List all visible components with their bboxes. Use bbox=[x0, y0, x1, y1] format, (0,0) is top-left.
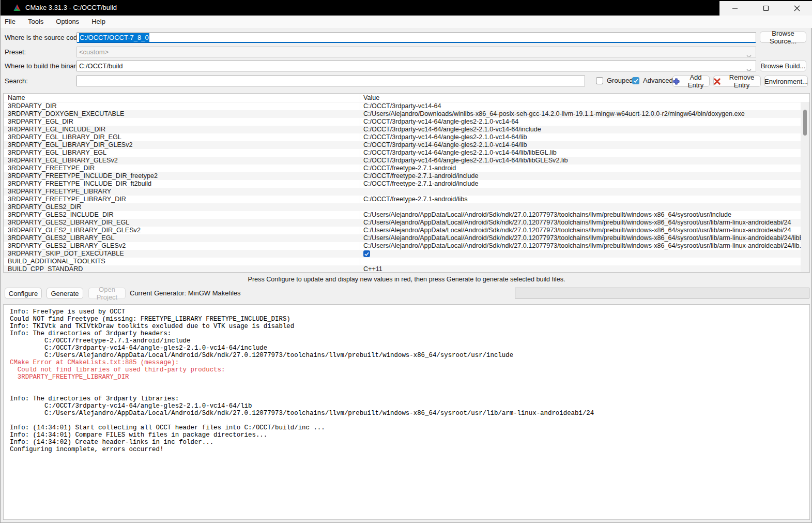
cell-value[interactable]: C:/OCCT/3rdparty-vc14-64/angle-gles2-2.1… bbox=[360, 141, 809, 149]
remove-entry-button[interactable]: Remove Entry bbox=[713, 76, 761, 87]
maximize-button[interactable] bbox=[750, 1, 782, 16]
table-row[interactable]: 3RDPARTY_EGL_LIBRARY_DIR_EGL C:/OCCT/3rd… bbox=[4, 133, 809, 141]
table-row[interactable]: 3RDPARTY_GLES2_LIBRARY_EGL C:/Users/Alej… bbox=[4, 234, 809, 242]
cell-value[interactable] bbox=[360, 188, 809, 196]
output-log[interactable]: Info: FreeType is used by OCCT Could NOT… bbox=[3, 304, 810, 520]
cell-value[interactable]: C:/OCCT/3rdparty-vc14-64/angle-gles2-2.1… bbox=[360, 133, 809, 141]
cell-value[interactable]: C:/OCCT/3rdparty-vc14-64/angle-gles2-2.1… bbox=[360, 149, 809, 157]
cell-name[interactable]: BUILD_ADDITIONAL_TOOLKITS bbox=[4, 258, 360, 265]
table-row[interactable]: 3RDPARTY_GLES2_LIBRARY_DIR_EGL C:/Users/… bbox=[4, 219, 809, 227]
table-row[interactable]: 3RDPARTY_SKIP_DOT_EXECUTABLE bbox=[4, 250, 809, 258]
cell-value[interactable]: C:/Users/Alejandro/Downloads/winlibs-x86… bbox=[360, 110, 809, 118]
cell-name[interactable]: 3RDPARTY_GLES2_LIBRARY_EGL bbox=[4, 234, 360, 242]
build-dir-value: C:/OCCT/build bbox=[79, 62, 123, 70]
cell-value[interactable]: C:/OCCT/3rdparty-vc14-64/angle-gles2-2.1… bbox=[360, 126, 809, 133]
menu-options[interactable]: Options bbox=[50, 16, 85, 28]
current-generator-label: Current Generator: MinGW Makefiles bbox=[130, 289, 241, 297]
cell-value[interactable] bbox=[360, 203, 809, 211]
source-code-input[interactable]: C:/OCCT/OCCT-7_8_0 bbox=[76, 32, 756, 43]
menu-tools[interactable]: Tools bbox=[22, 16, 50, 28]
cell-name[interactable]: 3RDPARTY_GLES2_LIBRARY_DIR_GLESv2 bbox=[4, 227, 360, 234]
cell-value[interactable]: C:/OCCT/freetype-2.7.1-android/libs bbox=[360, 196, 809, 203]
cell-value[interactable]: C:/OCCT/freetype-2.7.1-android bbox=[360, 165, 809, 172]
cell-name[interactable]: 3RDPARTY_GLES2_LIBRARY_DIR_EGL bbox=[4, 219, 360, 227]
cell-value[interactable]: C:/Users/Alejandro/AppData/Local/Android… bbox=[360, 211, 809, 219]
grouped-checkbox[interactable]: Grouped bbox=[596, 77, 633, 84]
table-row[interactable]: 3RDPARTY_FREETYPE_LIBRARY bbox=[4, 188, 809, 196]
table-row[interactable]: 3RDPARTY_EGL_LIBRARY_GLESv2 C:/OCCT/3rdp… bbox=[4, 157, 809, 165]
table-row[interactable]: 3RDPARTY_EGL_LIBRARY_DIR_GLESv2 C:/OCCT/… bbox=[4, 141, 809, 149]
table-row[interactable]: 3RDPARTY_GLES2_INCLUDE_DIR C:/Users/Alej… bbox=[4, 211, 809, 219]
cell-name[interactable]: 3RDPARTY_EGL_LIBRARY_DIR_GLESv2 bbox=[4, 141, 360, 149]
cell-name[interactable]: 3RDPARTY_SKIP_DOT_EXECUTABLE bbox=[4, 250, 360, 258]
cell-name[interactable]: 3RDPARTY_EGL_LIBRARY_EGL bbox=[4, 149, 360, 157]
menu-help[interactable]: Help bbox=[85, 16, 112, 28]
table-row[interactable]: BUILD_ADDITIONAL_TOOLKITS bbox=[4, 258, 809, 265]
cell-name[interactable]: 3RDPARTY_GLES2_LIBRARY_GLESv2 bbox=[4, 242, 360, 250]
cell-name[interactable]: 3RDPARTY_FREETYPE_INCLUDE_DIR_ft2build bbox=[4, 180, 360, 188]
cell-value[interactable]: C:/OCCT/3rdparty-vc14-64/angle-gles2-2.1… bbox=[360, 118, 809, 126]
cell-name[interactable]: 3RDPARTY_FREETYPE_LIBRARY bbox=[4, 188, 360, 196]
environment-button[interactable]: Environment... bbox=[764, 76, 808, 87]
browse-source-button[interactable]: Browse Source... bbox=[760, 32, 806, 43]
table-row[interactable]: 3RDPARTY_EGL_INCLUDE_DIR C:/OCCT/3rdpart… bbox=[4, 126, 809, 133]
cell-name[interactable]: BUILD_CPP_STANDARD bbox=[4, 265, 360, 273]
cell-name[interactable]: 3RDPARTY_DIR bbox=[4, 102, 360, 110]
table-row[interactable]: 3RDPARTY_DIR C:/OCCT/3rdparty-vc14-64 bbox=[4, 102, 809, 110]
table-row[interactable]: 3RDPARTY_GLES2_DIR bbox=[4, 203, 809, 211]
generate-button[interactable]: Generate bbox=[47, 288, 83, 299]
cell-name[interactable]: 3RDPARTY_FREETYPE_DIR bbox=[4, 165, 360, 172]
grouped-checkbox-box[interactable] bbox=[596, 77, 603, 84]
log-line: Info: FreeType is used by OCCT bbox=[10, 308, 809, 316]
search-label: Search: bbox=[5, 76, 28, 86]
table-scrollbar[interactable] bbox=[801, 102, 809, 273]
column-header-value[interactable]: Value bbox=[360, 94, 809, 102]
browse-build-button[interactable]: Browse Build... bbox=[760, 60, 806, 71]
preset-combo[interactable]: <custom> bbox=[76, 47, 756, 57]
table-row[interactable]: 3RDPARTY_GLES2_LIBRARY_DIR_GLESv2 C:/Use… bbox=[4, 227, 809, 234]
cell-value[interactable]: C:/Users/Alejandro/AppData/Local/Android… bbox=[360, 242, 809, 250]
cell-value[interactable]: C:/Users/Alejandro/AppData/Local/Android… bbox=[360, 219, 809, 227]
cell-value[interactable] bbox=[360, 250, 809, 258]
column-header-name[interactable]: Name bbox=[4, 94, 360, 102]
table-row[interactable]: 3RDPARTY_DOXYGEN_EXECUTABLE C:/Users/Ale… bbox=[4, 110, 809, 118]
cell-value[interactable]: C:/Users/Alejandro/AppData/Local/Android… bbox=[360, 227, 809, 234]
cell-name[interactable]: 3RDPARTY_GLES2_DIR bbox=[4, 203, 360, 211]
table-row[interactable]: BUILD_CPP_STANDARD C++11 bbox=[4, 265, 809, 273]
cell-value[interactable]: C:/Users/Alejandro/AppData/Local/Android… bbox=[360, 234, 809, 242]
value-checkbox[interactable] bbox=[363, 250, 370, 257]
table-row[interactable]: 3RDPARTY_EGL_LIBRARY_EGL C:/OCCT/3rdpart… bbox=[4, 149, 809, 157]
table-row[interactable]: 3RDPARTY_FREETYPE_LIBRARY_DIR C:/OCCT/fr… bbox=[4, 196, 809, 203]
table-row[interactable]: 3RDPARTY_FREETYPE_DIR C:/OCCT/freetype-2… bbox=[4, 165, 809, 172]
scrollbar-thumb[interactable] bbox=[803, 110, 807, 136]
minimize-button[interactable] bbox=[719, 1, 750, 16]
cell-name[interactable]: 3RDPARTY_EGL_DIR bbox=[4, 118, 360, 126]
cell-value[interactable]: C++11 bbox=[360, 265, 809, 273]
cell-value[interactable] bbox=[360, 258, 809, 265]
cell-value[interactable]: C:/OCCT/freetype-2.7.1-android/include bbox=[360, 172, 809, 180]
configure-button[interactable]: Configure bbox=[5, 288, 42, 299]
log-line: CMake Error at CMakeLists.txt:885 (messa… bbox=[10, 359, 809, 366]
add-entry-button[interactable]: Add Entry bbox=[672, 76, 710, 87]
table-row[interactable]: 3RDPARTY_FREETYPE_INCLUDE_DIR_freetype2 … bbox=[4, 172, 809, 180]
cell-name[interactable]: 3RDPARTY_EGL_INCLUDE_DIR bbox=[4, 126, 360, 133]
table-row[interactable]: 3RDPARTY_EGL_DIR C:/OCCT/3rdparty-vc14-6… bbox=[4, 118, 809, 126]
advanced-checkbox-box[interactable] bbox=[632, 77, 639, 84]
cell-name[interactable]: 3RDPARTY_GLES2_INCLUDE_DIR bbox=[4, 211, 360, 219]
cell-value[interactable]: C:/OCCT/freetype-2.7.1-android/include bbox=[360, 180, 809, 188]
table-row[interactable]: 3RDPARTY_FREETYPE_INCLUDE_DIR_ft2build C… bbox=[4, 180, 809, 188]
menu-file[interactable]: File bbox=[1, 16, 22, 28]
close-button[interactable] bbox=[782, 1, 812, 16]
search-input[interactable] bbox=[76, 76, 585, 86]
advanced-checkbox[interactable]: Advanced bbox=[632, 77, 673, 84]
cell-name[interactable]: 3RDPARTY_FREETYPE_LIBRARY_DIR bbox=[4, 196, 360, 203]
cell-value[interactable]: C:/OCCT/3rdparty-vc14-64 bbox=[360, 102, 809, 110]
cell-name[interactable]: 3RDPARTY_FREETYPE_INCLUDE_DIR_freetype2 bbox=[4, 172, 360, 180]
table-row[interactable]: 3RDPARTY_GLES2_LIBRARY_GLESv2 C:/Users/A… bbox=[4, 242, 809, 250]
title-bar: CMake 3.31.3 - C:/OCCT/build bbox=[1, 0, 812, 16]
cell-name[interactable]: 3RDPARTY_EGL_LIBRARY_DIR_EGL bbox=[4, 133, 360, 141]
cell-value[interactable]: C:/OCCT/3rdparty-vc14-64/angle-gles2-2.1… bbox=[360, 157, 809, 165]
cell-name[interactable]: 3RDPARTY_DOXYGEN_EXECUTABLE bbox=[4, 110, 360, 118]
cell-name[interactable]: 3RDPARTY_EGL_LIBRARY_GLESv2 bbox=[4, 157, 360, 165]
build-dir-combo[interactable]: C:/OCCT/build bbox=[76, 61, 756, 71]
